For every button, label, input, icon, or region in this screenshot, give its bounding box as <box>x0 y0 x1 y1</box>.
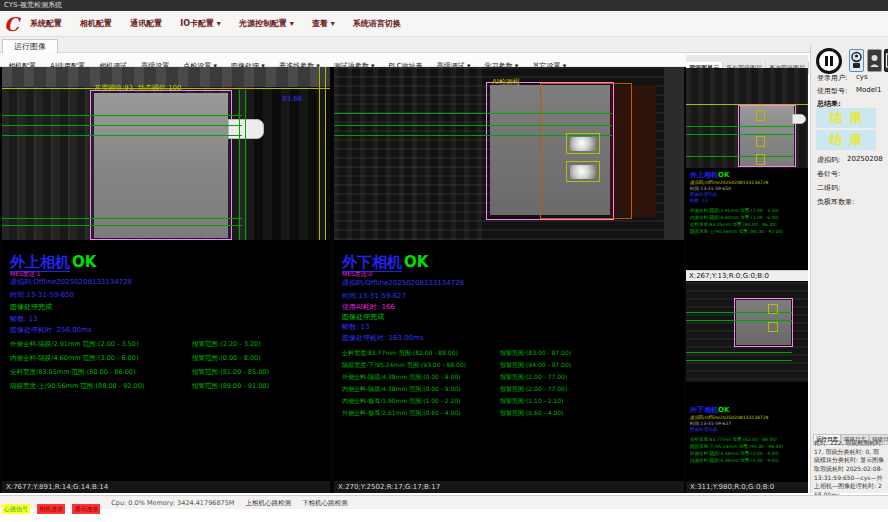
detect-box-yellow <box>756 110 765 121</box>
pause-button[interactable] <box>816 48 842 74</box>
window-titlebar: CYS-视觉检测系统 <box>0 0 888 11</box>
ai-detect-label: AI检测框 <box>492 77 520 87</box>
measure-line-green-v <box>245 90 246 240</box>
menu-light-config[interactable]: 光源控制配置 ▾ <box>239 11 294 37</box>
status-bar: 心跳信号 相机连接 通讯连接 Cpu: 0.0% Memory: 3424.41… <box>0 495 888 509</box>
virtual-code-value: 20250208 <box>847 155 883 163</box>
camera-connect-badge: 相机连接 <box>37 504 65 514</box>
mini-measurement-row: 隔膜宽度-下/95.24mm 范围:(93.00 - 98.00) <box>690 444 783 449</box>
time-text: 时间:13-31-59-627 <box>342 291 406 301</box>
menu-camera-config[interactable]: 相机配置 <box>80 11 112 37</box>
mini-barcode: 虚拟码:Offline20250208133134728 <box>690 180 768 185</box>
top-small-coordinates-bar: X:267;Y:13;R:0;G:0;B:0 <box>686 270 808 281</box>
measure-line-green <box>334 125 612 126</box>
time-text: 时间:13-31-59-650 <box>10 290 74 300</box>
measure-line-green <box>2 135 242 136</box>
pause-icon <box>819 51 839 71</box>
mini-measurement-row: 内侧全料-隔膜/4.60mm 范围:(3.00 - 6.00) <box>690 215 779 220</box>
ai-time: 使用AI耗时: 166 <box>342 302 395 312</box>
user-icon <box>850 51 863 70</box>
mini-measurement-row: 全料宽度/83.77mm 范围:(82.00 - 88.00) <box>690 437 777 442</box>
result-ok: OK <box>72 253 96 271</box>
menu-bar: C 系统配置 相机配置 通讯配置 IO卡配置 ▾ 光源控制配置 ▾ 查看 ▾ 系… <box>0 11 888 37</box>
left-coordinates-bar: X:7677;Y:891;R:14;G:14;B:14 <box>2 481 330 493</box>
cpu-memory-text: Cpu: 0.0% Memory: 3424.41796875M <box>111 496 234 510</box>
process-status: 图像处理完成 <box>342 312 384 322</box>
roi-box-pink <box>734 298 793 347</box>
menu-comm-config[interactable]: 通讯配置 <box>130 11 162 37</box>
barcode-text: 虚拟码:Offline20250208133134728 <box>342 278 464 288</box>
roi-box-pink <box>738 105 796 167</box>
bottom-small-image[interactable] <box>686 282 808 382</box>
lower-camera-heartbeat[interactable]: 下相机心跳检测 <box>302 496 348 510</box>
result-display-1: 结果 <box>816 108 876 128</box>
process-time: 图像处理耗时: 163.00ms <box>342 333 424 343</box>
mini-barcode: 虚拟码:Offline20250208133134728 <box>690 415 768 420</box>
mini-measurement-row: 外侧全料-隔膜/2.91mm 范围:(2.00 - 3.50) <box>690 208 779 213</box>
mini-camera-title: 外下相机OK <box>690 405 729 415</box>
measure-line-green <box>686 360 792 361</box>
mini-time: 时间:13-31-59-627 <box>690 421 731 426</box>
pin-number-label: 卷针号: <box>817 169 840 179</box>
comm-connect-badge: 通讯连接 <box>72 504 100 514</box>
tab-run-image[interactable]: 运行图像 <box>2 39 58 53</box>
defect-view-tabs: 瑕疵图显示所有瑕疵图层查询瑕疵图层 <box>686 55 808 68</box>
mini-status: 图像处理完成 <box>690 427 717 432</box>
measure-line-green <box>686 156 794 157</box>
threshold-label: 灰度阈值:93, 动态阈值:100 <box>94 83 181 93</box>
app-window: CYS-视觉检测系统 C 系统配置 相机配置 通讯配置 IO卡配置 ▾ 光源控制… <box>0 0 888 522</box>
exit-button[interactable] <box>884 49 888 72</box>
measure-line-green <box>2 218 242 219</box>
menu-view[interactable]: 查看 ▾ <box>312 11 335 37</box>
left-camera-panel: 灰度阈值:93, 动态阈值:100 93.66 外上相机OK MES发送:1 虚… <box>2 67 330 493</box>
frame-count: 帧数: 13 <box>10 314 38 324</box>
tab-strip: 运行图像 <box>0 37 888 53</box>
log-text[interactable]: 耗时: 222, 瑕疵检测耗时: 17, 瑕疵分类耗时: 0, 瑕疵模块分类耗时… <box>814 439 884 500</box>
measure-line-green <box>2 115 242 116</box>
detect-box-yellow <box>566 161 600 182</box>
result-ok: OK <box>404 253 428 271</box>
center-camera-panel: AI检测框 外下相机OK MES发送:0 虚拟码:Offline20250208… <box>334 67 684 493</box>
qr-code-label: 二维码: <box>817 183 840 193</box>
user-profile-button[interactable] <box>867 49 882 72</box>
mini-measurement-row: 全料宽度/83.05mm 范围:(80.00 - 86.00) <box>690 222 777 227</box>
login-user-button[interactable] <box>849 49 864 72</box>
detect-box-yellow <box>768 322 778 332</box>
left-camera-image[interactable]: 灰度阈值:93, 动态阈值:100 93.66 <box>2 67 330 240</box>
menu-language-switch[interactable]: 系统语言切换 <box>353 11 401 37</box>
detect-box-yellow <box>756 136 765 147</box>
result-display-2: 结果 <box>816 130 876 150</box>
login-user-label: 登录用户: <box>817 73 847 83</box>
model-value[interactable]: Model1 <box>856 86 881 94</box>
frame-count: 帧数: 13 <box>342 322 370 332</box>
model-label: 使用型号: <box>817 86 847 96</box>
machine-left-stripes <box>334 67 484 240</box>
upper-camera-heartbeat[interactable]: 上相机心跳检测 <box>246 496 292 510</box>
login-user-value: cys <box>856 73 868 81</box>
mini-measurement-row: 外侧全料-隔膜/4.38mm 范围:(0.00 - 9.00) <box>690 451 779 456</box>
detect-box-yellow <box>768 304 778 314</box>
measure-line-green <box>686 352 792 353</box>
neg-tab-count-label: 负极耳数量: <box>817 197 854 207</box>
measure-line-green-v <box>239 90 240 240</box>
menu-items: 系统配置 相机配置 通讯配置 IO卡配置 ▾ 光源控制配置 ▾ 查看 ▾ 系统语… <box>30 11 414 37</box>
measure-line-green <box>686 134 794 135</box>
menu-io-config[interactable]: IO卡配置 ▾ <box>180 11 221 37</box>
window-title: CYS-视觉检测系统 <box>4 1 62 9</box>
center-coordinates-bar: X:270;Y:2502;R:17;G:17;B:17 <box>334 481 684 493</box>
separator-tab <box>228 119 264 139</box>
separator-tab <box>792 114 806 124</box>
app-logo-icon: C <box>4 13 24 35</box>
menu-system-config[interactable]: 系统配置 <box>30 11 62 37</box>
mini-camera-title: 外上相机OK <box>690 170 729 180</box>
control-panel: 登录用户: cys 使用型号: Model1 总结果: 结果 结果 虚拟码: 2… <box>810 45 888 493</box>
mini-status: 图像处理完成 <box>690 192 717 197</box>
measure-line-green <box>334 113 612 114</box>
boundary-yellow-v <box>319 67 320 240</box>
center-camera-image[interactable]: AI检测框 <box>334 67 684 240</box>
mini-measurement-row: 内侧全料-隔膜/4.38mm 范围:(0.00 - 9.00) <box>690 458 779 463</box>
heartbeat-status-badge: 心跳信号 <box>2 504 30 514</box>
top-small-image[interactable] <box>686 68 808 168</box>
log-tabs: 运行日志瑕疵日志报错日志 <box>813 426 887 437</box>
mini-frames: 帧数: 13 <box>690 198 708 203</box>
